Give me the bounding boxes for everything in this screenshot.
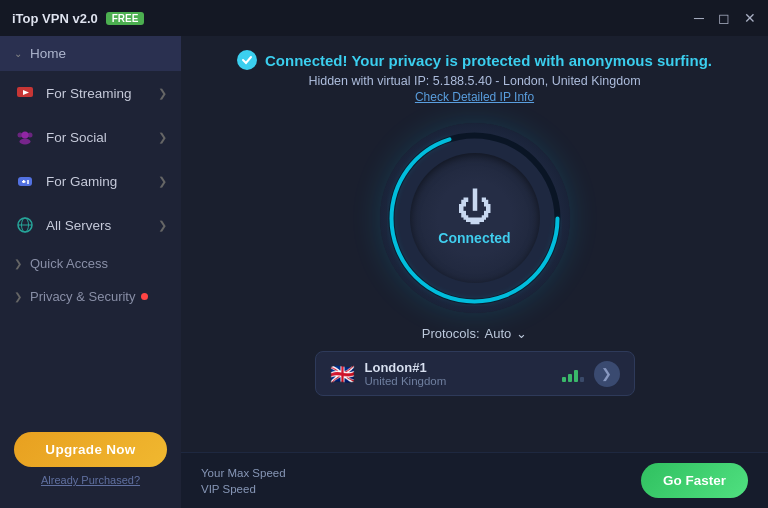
title-bar-left: iTop VPN v2.0 FREE	[12, 11, 144, 26]
protocols-label: Protocols:	[422, 326, 480, 341]
svg-point-10	[27, 182, 29, 184]
vip-speed-label: VIP Speed	[201, 483, 289, 495]
sidebar-item-allservers[interactable]: All Servers ❯	[0, 203, 181, 247]
sidebar: ⌄ Home For Streaming ❯	[0, 36, 181, 508]
quickaccess-label: Quick Access	[30, 256, 108, 271]
gaming-icon	[14, 170, 36, 192]
sidebar-item-streaming[interactable]: For Streaming ❯	[0, 71, 181, 115]
allservers-label: All Servers	[46, 218, 158, 233]
main-layout: ⌄ Home For Streaming ❯	[0, 36, 768, 508]
signal-bar-3	[574, 370, 578, 382]
sidebar-item-quickaccess[interactable]: ❯ Quick Access	[0, 247, 181, 280]
hidden-ip-row: Hidden with virtual IP: 5.188.5.40 - Lon…	[237, 74, 712, 88]
app-title: iTop VPN v2.0	[12, 11, 98, 26]
svg-point-3	[20, 139, 31, 145]
status-text: Connected! Your privacy is protected wit…	[265, 52, 712, 69]
server-row[interactable]: 🇬🇧 London#1 United Kingdom ❯	[315, 351, 635, 396]
protocols-chevron-icon: ⌄	[516, 326, 527, 341]
sidebar-item-home[interactable]: ⌄ Home	[0, 36, 181, 71]
home-label: Home	[30, 46, 66, 61]
svg-point-4	[18, 133, 23, 138]
maximize-button[interactable]: ◻	[718, 11, 730, 25]
sidebar-item-privacysecurity[interactable]: ❯ Privacy & Security	[0, 280, 181, 313]
max-speed-label: Your Max Speed	[201, 467, 289, 479]
free-badge: FREE	[106, 12, 145, 25]
speed-labels: Your Max Speed VIP Speed	[201, 467, 289, 495]
streaming-arrow-icon: ❯	[158, 87, 167, 100]
server-next-button[interactable]: ❯	[594, 361, 620, 387]
streaming-label: For Streaming	[46, 86, 158, 101]
signal-bar-1	[562, 377, 566, 382]
status-icon	[237, 50, 257, 70]
status-connected: Connected! Your privacy is protected wit…	[237, 50, 712, 70]
svg-point-9	[27, 180, 29, 182]
signal-bars	[562, 366, 584, 382]
social-label: For Social	[46, 130, 158, 145]
check-ip-link[interactable]: Check Detailed IP Info	[237, 90, 712, 104]
hidden-ip-label: Hidden with virtual IP:	[308, 74, 429, 88]
home-arrow-icon: ⌄	[14, 48, 22, 59]
privacysecurity-arrow-icon: ❯	[14, 291, 22, 302]
protocols-row[interactable]: Protocols: Auto ⌄	[422, 326, 528, 341]
power-button-container[interactable]: ⏻ Connected	[375, 118, 575, 318]
server-flag: 🇬🇧	[330, 362, 355, 386]
power-label: Connected	[438, 230, 510, 246]
title-bar: iTop VPN v2.0 FREE ─ ◻ ✕	[0, 0, 768, 36]
streaming-icon	[14, 82, 36, 104]
signal-bar-4	[580, 377, 584, 382]
svg-point-5	[28, 133, 33, 138]
server-info: 🇬🇧 London#1 United Kingdom	[330, 360, 447, 387]
status-header: Connected! Your privacy is protected wit…	[237, 50, 712, 104]
social-arrow-icon: ❯	[158, 131, 167, 144]
protocols-value: Auto	[485, 326, 512, 341]
power-symbol-icon: ⏻	[457, 190, 493, 226]
social-icon	[14, 126, 36, 148]
svg-rect-8	[22, 181, 26, 183]
title-bar-controls: ─ ◻ ✕	[694, 11, 756, 25]
vip-speed-row: VIP Speed	[201, 483, 289, 495]
sidebar-bottom: Upgrade Now Already Purchased?	[0, 422, 181, 496]
server-name: London#1	[365, 360, 447, 375]
close-button[interactable]: ✕	[744, 11, 756, 25]
power-inner-circle[interactable]: ⏻ Connected	[410, 153, 540, 283]
allservers-arrow-icon: ❯	[158, 219, 167, 232]
svg-point-2	[22, 132, 29, 139]
server-country: United Kingdom	[365, 375, 447, 387]
virtual-ip: 5.188.5.40 - London, United Kingdom	[433, 74, 641, 88]
upgrade-button[interactable]: Upgrade Now	[14, 432, 167, 467]
speed-bars-container	[305, 478, 625, 483]
servers-icon	[14, 214, 36, 236]
already-purchased-link[interactable]: Already Purchased?	[14, 474, 167, 486]
sidebar-item-social[interactable]: For Social ❯	[0, 115, 181, 159]
sidebar-top: ⌄ Home For Streaming ❯	[0, 36, 181, 422]
main-content: Connected! Your privacy is protected wit…	[181, 36, 768, 508]
gaming-arrow-icon: ❯	[158, 175, 167, 188]
gaming-label: For Gaming	[46, 174, 158, 189]
server-text: London#1 United Kingdom	[365, 360, 447, 387]
sidebar-item-gaming[interactable]: For Gaming ❯	[0, 159, 181, 203]
signal-bar-2	[568, 374, 572, 382]
go-faster-button[interactable]: Go Faster	[641, 463, 748, 498]
speed-bar-section: Your Max Speed VIP Speed Go Faster	[181, 452, 768, 508]
quickaccess-arrow-icon: ❯	[14, 258, 22, 269]
max-speed-row: Your Max Speed	[201, 467, 289, 479]
privacysecurity-label: Privacy & Security	[30, 289, 135, 304]
privacy-dot	[141, 293, 148, 300]
server-right: ❯	[562, 361, 620, 387]
minimize-button[interactable]: ─	[694, 11, 704, 25]
